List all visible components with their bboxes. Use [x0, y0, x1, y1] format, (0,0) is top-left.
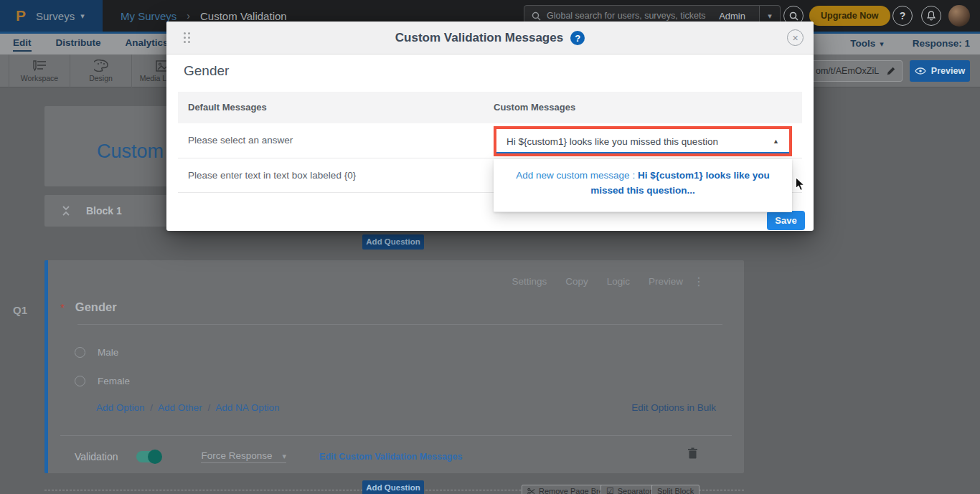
separator-checkbox[interactable]: ☑ Separator: [600, 485, 658, 494]
modal-header: Custom Validation Messages ? ×: [166, 22, 814, 54]
tab-analytics[interactable]: Analytics: [126, 37, 169, 52]
required-asterisk-icon: *: [60, 301, 65, 313]
eye-icon: [915, 67, 926, 75]
delete-question-button[interactable]: [687, 447, 698, 460]
divider: [60, 435, 732, 436]
palette-icon: [94, 60, 108, 72]
chevron-down-icon: ▾: [880, 39, 884, 48]
divider: [178, 158, 802, 158]
edit-custom-validation-link[interactable]: Edit Custom Validation Messages: [319, 452, 462, 462]
close-icon: ×: [792, 32, 798, 44]
search-placeholder: Global search for users, surveys, ticket…: [547, 11, 719, 21]
validation-type-dropdown[interactable]: Force Response▾: [201, 450, 286, 463]
custom-message-value: Hi ${custom1} looks like you missed this…: [507, 136, 767, 147]
table-header-row: Default Messages Custom Messages: [178, 92, 802, 123]
option-label[interactable]: Female: [98, 376, 130, 386]
question-copy-link[interactable]: Copy: [565, 276, 588, 287]
radio-icon[interactable]: [75, 376, 85, 386]
option-row: Male: [75, 347, 118, 358]
question-number: Q1: [13, 304, 27, 316]
tab-distribute[interactable]: Distribute: [56, 37, 101, 52]
trash-icon: [687, 447, 698, 460]
help-button[interactable]: ?: [892, 6, 913, 26]
search-scope: Admin: [719, 11, 753, 22]
default-message-cell: Please enter text in text box labeled {0…: [188, 159, 356, 192]
add-question-button[interactable]: Add Question: [362, 480, 424, 494]
search-icon: [789, 11, 798, 21]
save-button[interactable]: Save: [767, 211, 805, 230]
add-other-link[interactable]: Add Other: [158, 402, 202, 413]
workspace-icon: [32, 60, 47, 72]
validation-toggle[interactable]: [136, 451, 161, 462]
validation-label: Validation: [75, 451, 118, 462]
edit-options-bulk-link[interactable]: Edit Options in Bulk: [631, 402, 716, 413]
chevron-down-icon: ▾: [80, 11, 85, 21]
tools-menu[interactable]: Tools▾: [850, 38, 884, 49]
scissors-icon: [527, 488, 535, 494]
question-settings-link[interactable]: Settings: [512, 276, 547, 287]
custom-message-select highlight-annotation[interactable]: Hi ${custom1} looks like you missed this…: [494, 126, 792, 156]
block-label: Block 1: [86, 205, 122, 217]
dropdown-option-prefix: Add new custom message :: [516, 170, 638, 181]
question-logic-link[interactable]: Logic: [607, 276, 630, 287]
chevron-down-icon: ▾: [283, 452, 287, 460]
question-title[interactable]: Gender: [75, 300, 117, 314]
toolbar-design-button[interactable]: Design: [70, 54, 132, 87]
product-name: Surveys: [36, 10, 75, 22]
custom-validation-modal: Custom Validation Messages ? × Gender De…: [166, 22, 814, 231]
logo-mark: P: [16, 7, 26, 24]
toggle-knob-icon: [148, 450, 162, 464]
validation-row: Validation Force Response▾ Edit Custom V…: [75, 445, 732, 468]
survey-tabs: Edit Distribute Analytics: [13, 37, 169, 52]
breadcrumb-separator-icon: ›: [187, 10, 190, 22]
radio-icon[interactable]: [75, 347, 85, 358]
question-card[interactable]: Settings Copy Logic Preview ⋮ * Gender M…: [44, 260, 744, 473]
modal-close-button[interactable]: ×: [787, 29, 804, 46]
share-url-text: om/t/AEmOxZiL: [816, 66, 886, 76]
modal-help-icon[interactable]: ?: [570, 31, 585, 45]
app-root: P Surveys ▾ My Surveys › Custom Validati…: [0, 0, 980, 494]
add-question-button[interactable]: Add Question: [362, 234, 424, 250]
question-preview-link[interactable]: Preview: [649, 276, 683, 287]
modal-title: Custom Validation Messages: [395, 31, 563, 45]
focus-underline: [496, 152, 789, 154]
preview-button[interactable]: Preview: [910, 60, 970, 82]
split-block-button[interactable]: Split Block: [651, 485, 699, 494]
notifications-button[interactable]: [921, 6, 941, 26]
add-option-link[interactable]: Add Option: [96, 402, 145, 413]
breadcrumb-my-surveys[interactable]: My Surveys: [121, 10, 176, 22]
column-default-messages: Default Messages: [188, 92, 267, 123]
question-mark-icon: ?: [900, 10, 906, 22]
question-title-underline: [77, 324, 722, 325]
share-url-field[interactable]: om/t/AEmOxZiL: [809, 60, 903, 82]
column-custom-messages: Custom Messages: [494, 92, 575, 123]
default-message-cell: Please select an answer: [188, 123, 293, 158]
option-label[interactable]: Male: [98, 347, 118, 358]
pencil-icon[interactable]: [886, 66, 896, 76]
upgrade-button[interactable]: Upgrade Now: [809, 6, 890, 26]
chevron-down-icon: ▾: [768, 11, 772, 21]
caret-up-icon: ▲: [773, 138, 779, 145]
question-menu: Settings Copy Logic Preview: [512, 276, 683, 287]
user-avatar[interactable]: [948, 5, 970, 27]
option-links: Add Option / Add Other / Add NA Option: [96, 402, 280, 413]
option-row: Female: [75, 376, 130, 386]
add-na-option-link[interactable]: Add NA Option: [215, 402, 279, 413]
more-vertical-icon[interactable]: ⋮: [693, 275, 705, 288]
response-count[interactable]: Response: 1: [913, 38, 970, 49]
checkbox-checked-icon: ☑: [606, 487, 614, 494]
search-icon: [532, 11, 541, 21]
toolbar-workspace-button[interactable]: Workspace: [9, 54, 70, 87]
breadcrumb-current: Custom Validation: [200, 10, 287, 22]
collapse-block-icon[interactable]: [62, 205, 70, 217]
custom-message-dropdown-option[interactable]: Add new custom message : Hi ${custom1} l…: [494, 159, 792, 212]
tab-edit[interactable]: Edit: [13, 37, 32, 52]
modal-question-title: Gender: [184, 63, 229, 79]
question-title-row: * Gender: [60, 300, 117, 314]
bell-icon: [926, 11, 936, 22]
app-logo[interactable]: P Surveys ▾: [0, 0, 103, 32]
